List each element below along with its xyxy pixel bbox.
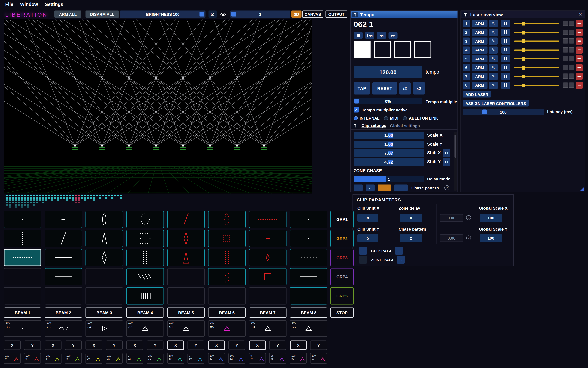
clip-cell-r3c1[interactable]	[4, 249, 41, 266]
zone-cell-14[interactable]: 86 75	[269, 353, 286, 364]
zone-cell-9[interactable]: 100 50	[167, 353, 184, 364]
laser-8-edit-button[interactable]: ✎	[489, 82, 498, 89]
preview-eye-button[interactable]	[219, 11, 227, 18]
bpm-input[interactable]: 120.00	[354, 66, 422, 78]
laser-6-arm-button[interactable]: ARM	[472, 64, 487, 71]
beam-button-8[interactable]: BEAM 8	[290, 308, 327, 318]
tempo-panel-header[interactable]: Tempo	[351, 11, 457, 18]
laser-4-remove-button[interactable]	[576, 46, 583, 54]
clip-filter-icon[interactable]	[352, 123, 358, 128]
clip-cell-r1c8[interactable]	[290, 211, 327, 228]
clip-cell-r4c1[interactable]	[4, 268, 41, 285]
group-button-1[interactable]: GRP1	[331, 211, 354, 228]
stop-button[interactable]: STOP	[331, 308, 354, 318]
zone-cell-3[interactable]: 100 8	[45, 353, 61, 364]
reset-tempo-button[interactable]: RESET	[372, 82, 397, 95]
laser-8-arm-button[interactable]: ARM	[472, 82, 487, 89]
laser-7-arm-button[interactable]: ARM	[472, 73, 487, 80]
zone-cell-2[interactable]: 100 0	[24, 353, 41, 364]
laser-6-toggle-a[interactable]	[563, 64, 568, 70]
laser-5-toggle-b[interactable]	[569, 56, 574, 61]
brightness-slider[interactable]: BRIGHTNESS 100	[120, 11, 206, 18]
add-laser-button[interactable]: ADD LASER	[463, 91, 491, 98]
clip-cell-r4c3[interactable]	[86, 268, 123, 285]
clip-cell-r5c5[interactable]	[167, 287, 205, 304]
chase-left-button[interactable]: ←	[366, 184, 375, 191]
group-button-2[interactable]: GRP2	[331, 230, 354, 247]
scale-x-input[interactable]: 1.00	[354, 132, 424, 139]
y-axis-button-7[interactable]: Y	[269, 340, 286, 350]
laser-5-edit-button[interactable]: ✎	[489, 55, 498, 62]
laser-6-pause-button[interactable]	[501, 64, 510, 71]
fader-cell-4[interactable]: 100 32	[126, 320, 164, 337]
laser-3-edit-button[interactable]: ✎	[489, 37, 498, 45]
chase-converge-button[interactable]: →←	[394, 184, 408, 191]
laser-7-pause-button[interactable]	[501, 73, 510, 80]
clip-cell-r3c3[interactable]	[86, 249, 123, 266]
laser-3-remove-button[interactable]	[576, 37, 583, 45]
zone-cell-4[interactable]: 100 8	[65, 353, 82, 364]
aux-input-1[interactable]: 0.00	[440, 214, 463, 222]
clip-cell-r2c1[interactable]	[4, 230, 41, 247]
laser-4-arm-button[interactable]: ARM	[472, 46, 487, 54]
global-scale-y-input[interactable]: 100	[480, 234, 502, 242]
slider-handle[interactable]	[522, 31, 525, 34]
clip-cell-r4c6[interactable]	[208, 268, 246, 285]
clip-shift-x-input[interactable]: 8	[358, 214, 378, 222]
x-axis-button-1[interactable]: X	[4, 340, 21, 350]
clip-cell-r5c2[interactable]	[45, 287, 82, 304]
laser-2-toggle-a[interactable]	[563, 29, 568, 35]
zone-cell-15[interactable]: 100 89	[290, 353, 307, 364]
help-icon[interactable]: ?	[466, 215, 471, 220]
laser-8-intensity-slider[interactable]	[514, 82, 559, 89]
slider-handle[interactable]	[522, 22, 525, 26]
fader-cell-3[interactable]: 100 34	[86, 320, 123, 337]
zone-cell-6[interactable]: 100 20	[106, 353, 123, 364]
skip-start-button[interactable]: ◀◀	[365, 32, 374, 39]
beam-button-5[interactable]: BEAM 5	[167, 308, 205, 318]
laser-2-edit-button[interactable]: ✎	[489, 29, 498, 36]
y-axis-button-5[interactable]: Y	[188, 340, 204, 350]
clip-page-prev-button[interactable]: ←	[359, 247, 367, 255]
clip-menu-dots[interactable]: ···	[321, 267, 325, 272]
laser-4-pause-button[interactable]	[501, 46, 510, 54]
laser-8-pause-button[interactable]	[501, 82, 510, 89]
clip-cell-r2c7[interactable]	[249, 230, 287, 247]
clip-cell-r5c6[interactable]	[208, 287, 246, 304]
laser-1-toggle-a[interactable]	[563, 21, 568, 26]
clip-cell-r5c7[interactable]	[249, 287, 287, 304]
tab-global-settings[interactable]: Global settings	[390, 123, 420, 128]
zone-cell-16[interactable]: 100 90	[310, 353, 327, 364]
help-icon[interactable]: ?	[444, 185, 449, 190]
beam-button-7[interactable]: BEAM 7	[249, 308, 287, 318]
clip-cell-r3c8[interactable]	[290, 249, 327, 266]
scrollbar[interactable]	[454, 132, 457, 191]
slider-handle[interactable]	[522, 83, 525, 87]
tempo-multiplier-slider[interactable]: 0%	[354, 98, 422, 104]
preview-3d-viewport[interactable]	[4, 20, 312, 193]
clip-page-next-button[interactable]: →	[395, 247, 403, 255]
x-axis-button-3[interactable]: X	[86, 340, 102, 350]
scale-y-input[interactable]: 1.00	[354, 140, 424, 148]
fader-cell-8[interactable]: 100 66	[290, 320, 327, 337]
sync-radio-ableton-link[interactable]: ABLETON LINK	[403, 116, 438, 120]
chase-pattern-input[interactable]: 2	[400, 234, 423, 242]
laser-2-arm-button[interactable]: ARM	[472, 29, 487, 36]
zone-cell-5[interactable]: 0 20	[86, 353, 102, 364]
fader-cell-7[interactable]: 100 10	[249, 320, 287, 337]
x-axis-button-5[interactable]: X	[167, 340, 184, 350]
beam-button-6[interactable]: BEAM 6	[208, 308, 246, 318]
clip-cell-r2c4[interactable]	[126, 230, 164, 247]
clip-cell-r5c1[interactable]	[4, 287, 41, 304]
laser-5-arm-button[interactable]: ARM	[472, 55, 487, 62]
stop-transport-button[interactable]	[354, 32, 363, 39]
tab-clip-settings[interactable]: Clip settings	[362, 123, 386, 128]
laser-7-remove-button[interactable]	[576, 73, 583, 80]
global-scale-x-input[interactable]: 100	[480, 214, 502, 222]
clip-menu-dots[interactable]: ···	[321, 287, 325, 291]
clip-shift-y-input[interactable]: 5	[358, 234, 378, 242]
slider-handle[interactable]	[522, 39, 525, 43]
laser-1-remove-button[interactable]	[576, 20, 583, 27]
zone-page-next-button[interactable]: →	[397, 256, 405, 264]
clip-cell-r2c5[interactable]	[167, 230, 205, 247]
